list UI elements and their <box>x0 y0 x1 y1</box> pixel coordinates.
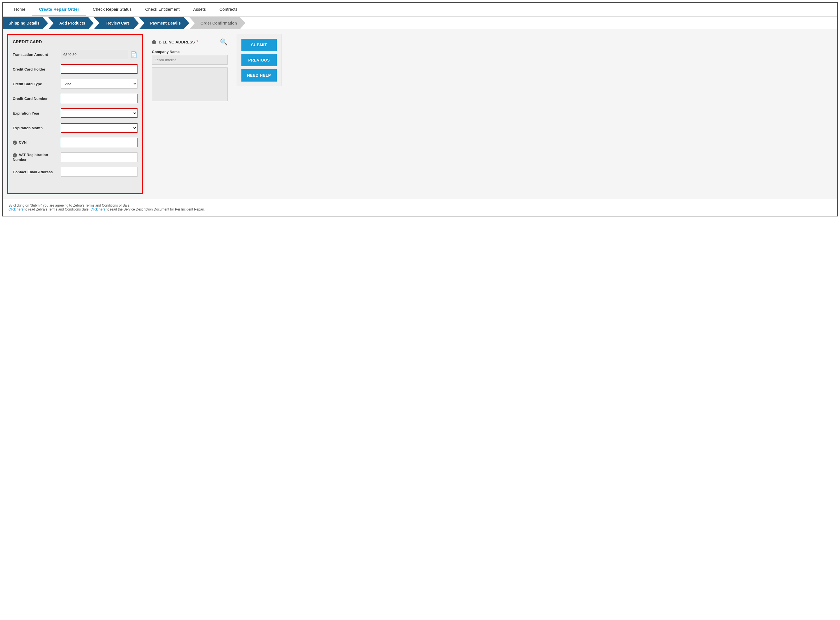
contact-email-label: Contact Email Address <box>13 170 61 174</box>
expiration-year-label: Expiration Year <box>13 111 61 116</box>
credit-card-title: CREDIT CARD <box>13 39 137 44</box>
footer-text1: By clicking on 'Submit' you are agreeing… <box>9 203 831 208</box>
footer: By clicking on 'Submit' you are agreeing… <box>3 199 837 216</box>
footer-link1-text: to read Zebra's Terms and Conditions Sal… <box>23 208 90 211</box>
transaction-amount-wrapper: 📄 <box>61 50 137 59</box>
footer-link2-text: to read the Service Description Document… <box>106 208 205 211</box>
nav-check-entitlement[interactable]: Check Entitlement <box>138 3 186 17</box>
nav-contracts[interactable]: Contracts <box>213 3 244 17</box>
need-help-button[interactable]: NEED HELP <box>241 69 277 81</box>
stepper: Shipping Details Add Products Review Car… <box>3 17 837 29</box>
cvn-row: i CVN <box>13 138 137 147</box>
expiration-month-row: Expiration Month <box>13 123 137 132</box>
credit-card-type-label: Credit Card Type <box>13 82 61 86</box>
expiration-month-label: Expiration Month <box>13 126 61 130</box>
cvn-info-icon[interactable]: i <box>13 140 17 145</box>
billing-section: i BILLING ADDRESS * 🔍 Company Name <box>148 34 232 194</box>
contact-email-row: Contact Email Address <box>13 167 137 177</box>
nav-create-repair-order[interactable]: Create Repair Order <box>32 3 86 17</box>
company-name-input[interactable] <box>152 55 228 65</box>
cvn-input[interactable] <box>61 138 137 147</box>
step-shipping-details[interactable]: Shipping Details <box>3 17 48 29</box>
footer-link2[interactable]: Click here <box>90 208 105 211</box>
submit-button[interactable]: SUBMIT <box>241 39 277 51</box>
transaction-amount-row: Transaction Amount 📄 <box>13 50 137 59</box>
credit-card-holder-row: Credit Card Holder <box>13 64 137 74</box>
billing-header: i BILLING ADDRESS * 🔍 <box>152 38 228 46</box>
main-content: CREDIT CARD Transaction Amount 📄 Credit … <box>3 29 837 199</box>
nav-home[interactable]: Home <box>8 3 32 17</box>
vat-info-icon[interactable]: i <box>13 153 17 158</box>
nav-bar: Home Create Repair Order Check Repair St… <box>3 3 837 17</box>
step-add-products[interactable]: Add Products <box>48 17 94 29</box>
credit-card-section: CREDIT CARD Transaction Amount 📄 Credit … <box>8 34 143 194</box>
billing-info-icon[interactable]: i <box>152 40 156 44</box>
step-payment-details[interactable]: Payment Details <box>139 17 189 29</box>
billing-search-icon[interactable]: 🔍 <box>220 38 228 46</box>
transaction-amount-input[interactable] <box>61 50 128 59</box>
nav-check-repair-status[interactable]: Check Repair Status <box>86 3 139 17</box>
credit-card-number-label: Credit Card Number <box>13 96 61 101</box>
credit-card-type-select[interactable]: Visa Mastercard American Express Discove… <box>61 79 137 89</box>
expiration-year-row: Expiration Year <box>13 108 137 118</box>
previous-button[interactable]: PREVIOUS <box>241 54 277 66</box>
billing-address-textarea[interactable] <box>152 68 228 101</box>
credit-card-holder-input[interactable] <box>61 64 137 74</box>
contact-email-input[interactable] <box>61 167 137 177</box>
credit-card-number-input[interactable] <box>61 94 137 103</box>
document-icon[interactable]: 📄 <box>130 51 137 58</box>
right-panel: SUBMIT PREVIOUS NEED HELP <box>237 34 282 194</box>
billing-title: BILLING ADDRESS <box>159 40 195 44</box>
billing-required-star: * <box>196 39 198 45</box>
expiration-year-select[interactable] <box>61 108 137 118</box>
expiration-month-select[interactable] <box>61 123 137 132</box>
company-name-label: Company Name <box>152 50 228 54</box>
transaction-amount-label: Transaction Amount <box>13 53 61 57</box>
cvn-label: i CVN <box>13 140 61 145</box>
footer-link1[interactable]: Click here <box>9 208 23 211</box>
step-order-confirmation[interactable]: Order Confirmation <box>189 17 245 29</box>
credit-card-holder-label: Credit Card Holder <box>13 67 61 71</box>
nav-assets[interactable]: Assets <box>186 3 213 17</box>
credit-card-type-row: Credit Card Type Visa Mastercard America… <box>13 79 137 89</box>
step-review-cart[interactable]: Review Cart <box>94 17 139 29</box>
vat-input[interactable] <box>61 152 137 162</box>
action-buttons-panel: SUBMIT PREVIOUS NEED HELP <box>237 34 282 86</box>
footer-links: Click here to read Zebra's Terms and Con… <box>9 208 831 211</box>
vat-row: i VAT Registration Number <box>13 152 137 162</box>
vat-label: i VAT Registration Number <box>13 153 61 161</box>
credit-card-number-row: Credit Card Number <box>13 94 137 103</box>
